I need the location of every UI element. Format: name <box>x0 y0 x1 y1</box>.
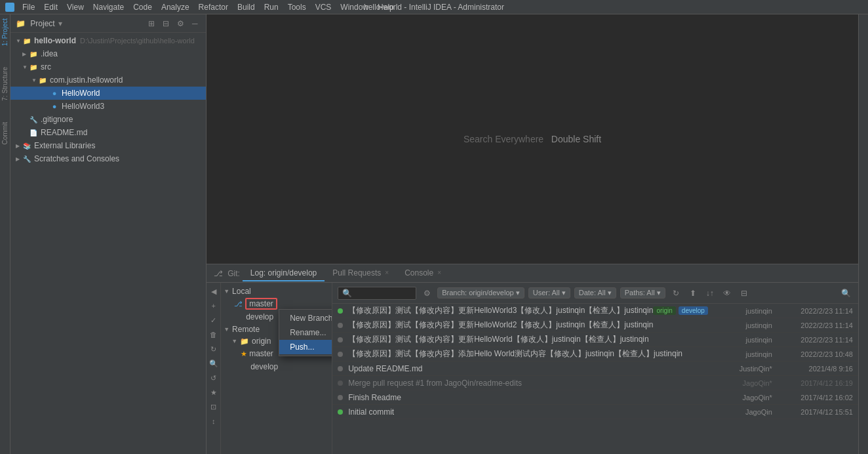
commit-author-5: JustinQin* <box>713 365 772 373</box>
minimize-button[interactable]: ─ <box>189 18 201 30</box>
root-arrow: ▼ <box>16 38 22 44</box>
commit-row-4[interactable]: 【修改原因】测试【修改内容】添加Hello World测试内容【修改人】just… <box>332 347 858 361</box>
tree-ext-libs[interactable]: ▶ 📚 External Libraries <box>10 139 206 152</box>
panel-btn[interactable]: ⊡ <box>208 401 220 413</box>
commit-row-7[interactable]: Finish Readme JagoQin* 2017/4/12 16:02 <box>332 390 858 405</box>
branch-filter[interactable]: Branch: origin/develop ▾ <box>437 287 524 299</box>
project-panel: 📁 Project ▾ ⊞ ⊟ ⚙ ─ ▼ 📁 hello-world D:\J… <box>10 14 207 454</box>
tab-console[interactable]: Console × <box>397 266 449 281</box>
menu-tools[interactable]: Tools <box>284 2 310 12</box>
local-section-header[interactable]: ▼ Local <box>221 285 332 297</box>
commit-row-5[interactable]: Update README.md JustinQin* 2021/4/8 9:1… <box>332 361 858 376</box>
log-settings-btn[interactable]: ⚙ <box>420 287 433 300</box>
gitignore-icon: 🔧 <box>29 115 38 124</box>
git-icon[interactable]: ⎇ <box>212 269 225 278</box>
tag-origin: origin <box>653 306 675 315</box>
right-side-tabs <box>858 14 868 454</box>
commit-msg-6: Merge pull request #1 from JagoQin/readm… <box>348 379 708 388</box>
sidebar-tab-structure[interactable]: 7: Structure <box>0 63 10 105</box>
branch-master-local[interactable]: ⎇ master <box>221 297 332 310</box>
ctx-rename[interactable]: Rename... <box>279 325 332 340</box>
paths-filter[interactable]: Paths: All ▾ <box>620 287 665 299</box>
git-label: Git: <box>227 269 240 278</box>
log-search-btn[interactable]: 🔍 <box>840 287 853 300</box>
tab-log[interactable]: Log: origin/develop <box>243 266 325 281</box>
left-actions: ◀ + ✓ 🗑 ↻ 🔍 ↺ ★ ⊡ ↕ <box>207 283 221 454</box>
right-area: Search Everywhere Double Shift ⎇ Git: Lo… <box>207 14 858 454</box>
menu-run[interactable]: Run <box>260 2 283 12</box>
commit-date-5: 2021/4/8 9:16 <box>778 365 853 373</box>
hw3-class-icon: ● <box>50 102 59 111</box>
fetch-btn[interactable]: ⬆ <box>686 287 700 300</box>
tag-develop: develop <box>679 306 708 315</box>
pkg-folder-icon: 📁 <box>38 75 47 85</box>
refresh-log-btn[interactable]: ↻ <box>669 287 682 300</box>
settings-button[interactable]: ⚙ <box>174 18 186 30</box>
menu-edit[interactable]: Edit <box>40 2 62 12</box>
collapse-button[interactable]: ⊟ <box>160 18 172 30</box>
project-folder-icon: 📁 <box>16 19 26 28</box>
commit-dot-6 <box>338 381 343 386</box>
log-search-input[interactable] <box>338 287 416 300</box>
readme-label: README.md <box>41 128 87 137</box>
commit-row-2[interactable]: 【修改原因】测试【修改内容】更新HelloWorld2【修改人】justinqi… <box>332 318 858 333</box>
tree-src[interactable]: ▼ 📁 src <box>10 60 206 73</box>
tree-helloworld[interactable]: ● HelloWorld <box>10 87 206 100</box>
commit-date-4: 2022/2/23 10:48 <box>778 350 853 358</box>
tab-pull-requests[interactable]: Pull Requests × <box>325 266 397 281</box>
add-btn[interactable]: + <box>208 300 220 312</box>
context-menu: New Branch Rename... Push... <box>279 309 332 356</box>
menu-navigate[interactable]: Navigate <box>89 2 128 12</box>
menu-view[interactable]: View <box>63 2 88 12</box>
extlibs-icon: 📚 <box>22 141 31 150</box>
tab-pull-requests-close[interactable]: × <box>385 269 389 276</box>
tree-package[interactable]: ▼ 📁 com.justin.helloworld <box>10 73 206 87</box>
menu-build[interactable]: Build <box>233 2 259 12</box>
tree-readme[interactable]: 📄 README.md <box>10 126 206 139</box>
pull-btn[interactable]: ↓↑ <box>703 287 717 300</box>
menu-refactor[interactable]: Refactor <box>195 2 232 12</box>
graph-btn[interactable]: ⊟ <box>738 287 751 300</box>
search-btn[interactable]: 🔍 <box>208 358 220 369</box>
git-branches-sidebar: ▼ Local ⎇ master develop ▼ R <box>221 283 332 454</box>
eye-btn[interactable]: 👁 <box>720 287 734 300</box>
menu-bar: File Edit View Navigate Code Analyze Ref… <box>18 2 398 12</box>
menu-file[interactable]: File <box>18 2 39 12</box>
tree-helloworld3[interactable]: ● HelloWorld3 <box>10 100 206 113</box>
sync-button[interactable]: ⊞ <box>146 18 157 30</box>
star-btn[interactable]: ★ <box>208 386 220 398</box>
commit-dot-2 <box>338 323 343 328</box>
commit-row-8[interactable]: Initial commit JagoQin 2017/4/12 15:51 <box>332 405 858 419</box>
sidebar-tab-commit[interactable]: Commit <box>0 118 10 148</box>
delete-btn[interactable]: 🗑 <box>208 329 220 340</box>
collapse-all-btn[interactable]: ◀ <box>208 285 220 297</box>
date-filter[interactable]: Date: All ▾ <box>574 287 616 299</box>
tree-scratches[interactable]: ▶ 🔧 Scratches and Consoles <box>10 152 206 165</box>
branch-origin-develop[interactable]: develop <box>221 360 332 373</box>
tree-gitignore[interactable]: 🔧 .gitignore <box>10 113 206 126</box>
git-log-table: 【修改原因】测试【修改内容】更新HelloWorld3【修改人】justinqi… <box>332 304 858 454</box>
origin-label: origin <box>252 337 271 346</box>
commit-row-6[interactable]: Merge pull request #1 from JagoQin/readm… <box>332 376 858 390</box>
sidebar-tab-project[interactable]: 1: Project <box>0 14 10 50</box>
idea-label: .idea <box>41 49 58 58</box>
tree-root[interactable]: ▼ 📁 hello-world D:\Justin\Projects\githu… <box>10 34 206 47</box>
menu-code[interactable]: Code <box>129 2 156 12</box>
ctx-new-branch[interactable]: New Branch <box>279 311 332 325</box>
check-btn[interactable]: ✓ <box>208 314 220 326</box>
commit-msg-7: Finish Readme <box>348 393 708 402</box>
menu-analyze[interactable]: Analyze <box>157 2 193 12</box>
commit-row-3[interactable]: 【修改原因】测试【修改内容】更新HelloWorld【修改人】justinqin… <box>332 333 858 347</box>
user-filter[interactable]: User: All ▾ <box>528 287 570 299</box>
tab-console-close[interactable]: × <box>437 269 441 276</box>
gitignore-label: .gitignore <box>41 115 73 124</box>
ctx-push[interactable]: Push... <box>279 340 332 354</box>
tree-idea[interactable]: ▶ 📁 .idea <box>10 47 206 60</box>
refresh-btn[interactable]: ↻ <box>208 343 220 355</box>
commit-row-1[interactable]: 【修改原因】测试【修改内容】更新HelloWorld3【修改人】justinqi… <box>332 304 858 318</box>
commit-author-8: JagoQin <box>713 408 772 416</box>
scroll-btn[interactable]: ↕ <box>208 415 220 427</box>
menu-vcs[interactable]: VCS <box>311 2 336 12</box>
sync-btn[interactable]: ↺ <box>208 372 220 384</box>
origin-arrow: ▼ <box>231 338 237 344</box>
